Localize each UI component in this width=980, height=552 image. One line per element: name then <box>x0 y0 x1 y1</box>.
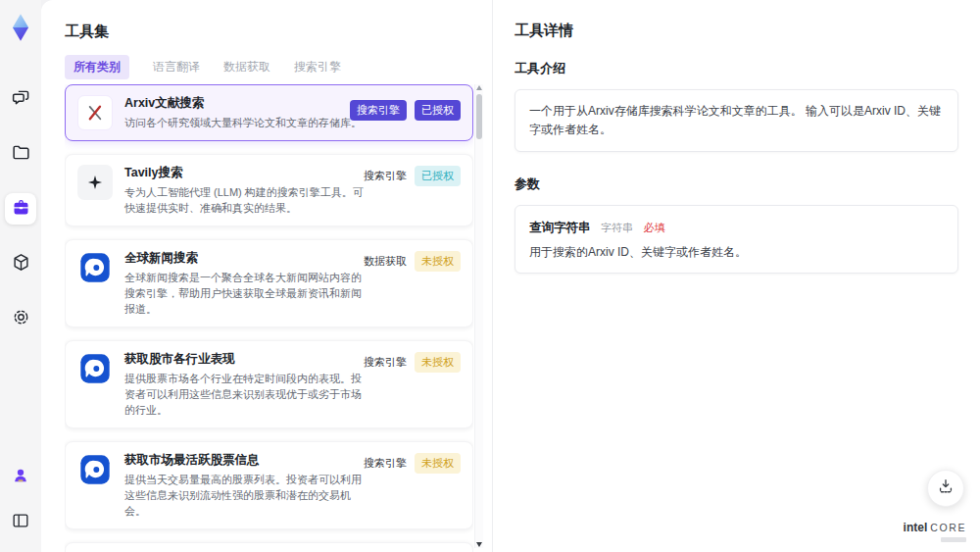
chat-icon <box>11 87 31 112</box>
category-badge: 搜索引擎 <box>350 100 407 121</box>
status-badge: 未授权 <box>415 453 461 474</box>
cube-icon <box>11 252 31 276</box>
main-content: 工具集 所有类别 语言翻译 数据获取 搜索引擎 Arxiv文献搜索 访问各个研究… <box>41 0 980 552</box>
tool-name: Arxiv文献搜索 <box>124 95 368 112</box>
tool-desc: 提供当天交易量最高的股票列表。投资者可以利用这些信息来识别流动性强的股票和潜在的… <box>124 472 368 519</box>
brand-sub-mark <box>941 537 966 542</box>
tavily-star-icon <box>77 165 113 200</box>
brand-intel: intel <box>904 522 928 534</box>
brand-core: CORE <box>930 523 966 534</box>
intel-core-logo: intel CORE <box>904 522 966 542</box>
folder-icon <box>11 142 31 167</box>
tab-data-fetch[interactable]: 数据获取 <box>223 55 270 79</box>
intro-heading: 工具介绍 <box>514 60 958 77</box>
status-badge: 已授权 <box>415 100 461 121</box>
param-name: 查询字符串 <box>529 221 591 234</box>
download-button[interactable] <box>927 470 964 507</box>
tab-search-engine[interactable]: 搜索引擎 <box>294 55 341 79</box>
briefcase-icon <box>11 197 31 222</box>
category-label: 搜索引擎 <box>364 453 407 474</box>
tool-name: 获取市场最活跃股票信息 <box>124 452 368 469</box>
tool-detail-panel: 工具详情 工具介绍 一个用于从Arxiv存储库搜索科学论文和文章的工具。 输入可… <box>492 0 980 552</box>
tool-card-global-news[interactable]: 全球新闻搜索 全球新闻搜索是一个聚合全球各大新闻网站内容的搜索引擎，帮助用户快速… <box>65 239 473 327</box>
tool-list-panel: 工具集 所有类别 语言翻译 数据获取 搜索引擎 Arxiv文献搜索 访问各个研究… <box>41 0 492 552</box>
gear-icon <box>11 307 31 331</box>
tool-card-sector-performance[interactable]: 获取股市各行业表现 提供股票市场各个行业在特定时间段内的表现。投资者可以利用这些… <box>65 340 473 428</box>
scroll-down-arrow-icon[interactable] <box>476 542 482 547</box>
sidebar-item-chat[interactable] <box>5 83 36 115</box>
tool-list: Arxiv文献搜索 访问各个研究领域大量科学论文和文章的存储库。 搜索引擎 已授… <box>65 84 473 552</box>
status-badge: 未授权 <box>415 352 461 373</box>
param-required-badge: 必填 <box>643 222 664 233</box>
scrollbar-thumb[interactable] <box>476 94 482 139</box>
tool-card-active-stocks[interactable]: 获取市场最活跃股票信息 提供当天交易量最高的股票列表。投资者可以利用这些信息来识… <box>65 441 473 529</box>
tool-desc: 访问各个研究领域大量科学论文和文章的存储库。 <box>124 115 368 130</box>
panel-toggle-icon <box>11 511 30 534</box>
sidebar-item-account[interactable] <box>5 462 36 493</box>
param-type: 字符串 <box>601 222 633 233</box>
tool-name: 全球新闻搜索 <box>124 250 368 267</box>
scroll-up-arrow-icon[interactable] <box>476 85 482 90</box>
tool-desc: 全球新闻搜索是一个聚合全球各大新闻网站内容的搜索引擎，帮助用户快速获取全球最新资… <box>124 270 368 317</box>
download-icon <box>936 477 956 500</box>
app-logo-icon <box>7 13 34 42</box>
sidebar-item-plugins[interactable] <box>5 248 36 279</box>
status-badge: 已授权 <box>415 166 461 186</box>
category-label: 搜索引擎 <box>364 166 407 186</box>
category-label: 搜索引擎 <box>364 352 407 373</box>
category-tabs: 所有类别 语言翻译 数据获取 搜索引擎 <box>65 55 341 79</box>
tool-name: Tavily搜索 <box>124 165 368 181</box>
sidebar-item-settings[interactable] <box>5 303 36 334</box>
user-avatar-icon <box>11 466 30 489</box>
params-heading: 参数 <box>514 176 958 193</box>
sidebar-item-files[interactable] <box>5 138 36 170</box>
status-badge: 未授权 <box>415 251 461 272</box>
param-box: 查询字符串 字符串 必填 用于搜索的Arxiv ID、关键字或作者姓名。 <box>514 205 958 274</box>
arxiv-icon <box>77 95 113 130</box>
list-scrollbar[interactable] <box>474 84 483 548</box>
tab-translation[interactable]: 语言翻译 <box>153 55 200 79</box>
sidebar <box>0 0 41 552</box>
sidebar-item-toolbox[interactable] <box>5 193 36 225</box>
intro-box: 一个用于从Arxiv存储库搜索科学论文和文章的工具。 输入可以是Arxiv ID… <box>514 89 958 152</box>
news-bubble-icon <box>77 452 113 487</box>
sidebar-item-collapse[interactable] <box>5 507 36 538</box>
tool-card-regional-news[interactable]: 万维地区新闻查询 查询具体行政区划内的新闻，快速了解各地新闻动 搜索引擎 未授权 <box>65 542 473 552</box>
tool-card-tavily[interactable]: Tavily搜索 专为人工智能代理 (LLM) 构建的搜索引擎工具。可快速提供实… <box>65 154 473 226</box>
detail-title: 工具详情 <box>514 22 958 40</box>
news-bubble-icon <box>77 250 113 285</box>
news-bubble-icon <box>77 351 113 386</box>
intro-text: 一个用于从Arxiv存储库搜索科学论文和文章的工具。 输入可以是Arxiv ID… <box>529 102 944 139</box>
param-desc: 用于搜索的Arxiv ID、关键字或作者姓名。 <box>529 244 944 261</box>
tab-all-categories[interactable]: 所有类别 <box>65 55 129 79</box>
category-label: 数据获取 <box>364 251 407 272</box>
tool-card-arxiv[interactable]: Arxiv文献搜索 访问各个研究领域大量科学论文和文章的存储库。 搜索引擎 已授… <box>65 84 473 141</box>
page-title: 工具集 <box>65 23 109 41</box>
tool-name: 获取股市各行业表现 <box>124 351 368 368</box>
tool-desc: 提供股票市场各个行业在特定时间段内的表现。投资者可以利用这些信息来识别表现优于或… <box>124 371 368 418</box>
tool-desc: 专为人工智能代理 (LLM) 构建的搜索引擎工具。可快速提供实时、准确和真实的结… <box>124 184 368 216</box>
